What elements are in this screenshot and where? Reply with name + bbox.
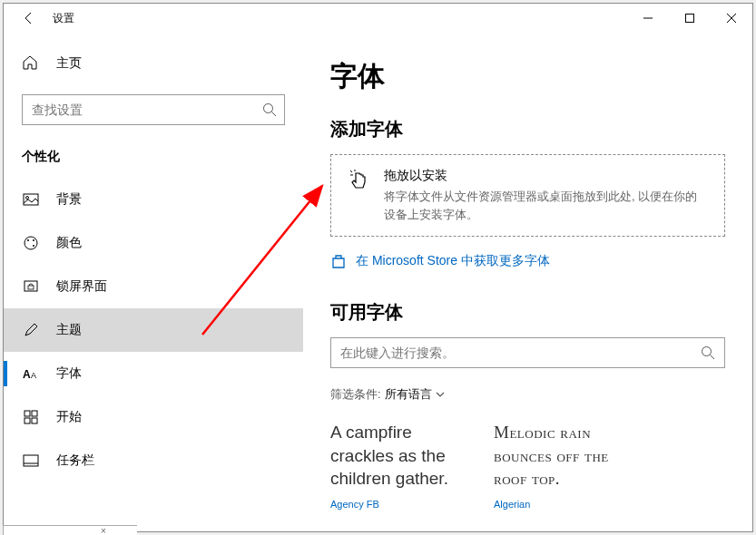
store-link[interactable]: 在 Microsoft Store 中获取更多字体: [330, 253, 725, 269]
nav-themes[interactable]: 主题: [4, 308, 303, 352]
nav-lockscreen[interactable]: 锁屏界面: [4, 265, 303, 308]
arrow-left-icon: [22, 11, 36, 25]
svg-point-7: [26, 197, 29, 199]
svg-rect-13: [28, 286, 34, 289]
background-window-tabs: ×: [3, 525, 137, 535]
svg-line-5: [272, 112, 277, 117]
nav-colors[interactable]: 颜色: [4, 221, 303, 265]
drop-description: 将字体文件从文件资源管理器或桌面拖放到此处, 以便在你的设备上安装字体。: [384, 188, 708, 223]
add-fonts-heading: 添加字体: [330, 117, 725, 141]
search-box[interactable]: [22, 94, 285, 125]
drop-title: 拖放以安装: [384, 168, 708, 184]
maximize-button[interactable]: [669, 4, 711, 33]
category-title: 个性化: [4, 143, 303, 178]
maximize-icon: [685, 14, 694, 23]
chevron-down-icon: [436, 390, 445, 399]
svg-text:A: A: [31, 371, 36, 380]
nav-label: 开始: [56, 409, 82, 425]
svg-point-4: [264, 104, 273, 113]
store-link-text: 在 Microsoft Store 中获取更多字体: [356, 253, 550, 269]
nav-label: 背景: [56, 191, 82, 208]
nav-background[interactable]: 背景: [4, 178, 303, 221]
nav-taskbar[interactable]: 任务栏: [4, 439, 303, 482]
available-fonts-heading: 可用字体: [330, 300, 725, 325]
search-icon: [701, 345, 715, 360]
svg-rect-16: [25, 411, 30, 416]
svg-text:A: A: [23, 368, 31, 381]
font-name: Agency FB: [330, 499, 476, 510]
store-icon: [330, 253, 347, 269]
nav-label: 主题: [56, 322, 82, 338]
font-card[interactable]: Melodic rain bounces off the roof top. A…: [494, 421, 639, 510]
minimize-button[interactable]: [627, 4, 669, 33]
font-preview: Melodic rain bounces off the roof top.: [494, 421, 639, 493]
sidebar: 主页 个性化 背景 颜色 锁屏界面: [4, 33, 303, 531]
nav-fonts[interactable]: AA 字体: [4, 352, 303, 395]
brush-icon: [22, 321, 40, 339]
home-link[interactable]: 主页: [4, 45, 303, 82]
svg-point-22: [702, 347, 712, 356]
font-search-input[interactable]: [340, 345, 701, 360]
font-grid: A campfire crackles as the children gath…: [330, 421, 725, 510]
window-title: 设置: [53, 11, 74, 26]
nav-label: 颜色: [56, 235, 82, 251]
page-heading: 字体: [330, 58, 725, 95]
nav-start[interactable]: 开始: [4, 395, 303, 439]
picture-icon: [22, 190, 40, 209]
svg-rect-1: [686, 15, 694, 23]
nav-label: 任务栏: [56, 452, 94, 469]
svg-rect-18: [25, 418, 30, 423]
search-icon: [262, 102, 277, 117]
window-controls: [627, 4, 752, 33]
search-input[interactable]: [32, 102, 262, 117]
body-area: 主页 个性化 背景 颜色 锁屏界面: [4, 33, 752, 531]
font-name: Algerian: [494, 499, 639, 510]
start-icon: [22, 408, 40, 426]
palette-icon: [22, 234, 40, 252]
font-icon: AA: [22, 365, 40, 383]
lockscreen-icon: [22, 277, 40, 296]
font-card[interactable]: A campfire crackles as the children gath…: [330, 421, 476, 510]
nav-label: 锁屏界面: [56, 278, 107, 295]
close-button[interactable]: [711, 4, 752, 33]
filter-label: 筛选条件:: [330, 386, 381, 403]
font-preview: A campfire crackles as the children gath…: [330, 421, 476, 493]
minimize-icon: [643, 14, 653, 23]
titlebar: 设置: [4, 4, 752, 33]
home-icon: [22, 54, 40, 73]
svg-rect-19: [32, 418, 37, 423]
font-drop-zone[interactable]: 拖放以安装 将字体文件从文件资源管理器或桌面拖放到此处, 以便在你的设备上安装字…: [330, 154, 725, 237]
svg-point-9: [27, 239, 29, 241]
settings-window: 设置 主页 个性化 背景: [3, 3, 753, 532]
filter-value: 所有语言: [385, 386, 432, 403]
nav-label: 字体: [56, 365, 82, 382]
font-search-box[interactable]: [330, 337, 725, 368]
svg-point-10: [33, 239, 34, 241]
svg-point-8: [25, 237, 37, 249]
svg-rect-20: [24, 455, 38, 466]
drag-hand-icon: [348, 170, 371, 193]
main-content: 字体 添加字体 拖放以安装 将字体文件从文件资源管理器或桌面拖放到此处, 以便在…: [303, 33, 752, 531]
svg-line-23: [711, 355, 715, 360]
filter-row[interactable]: 筛选条件: 所有语言: [330, 386, 725, 403]
drop-text: 拖放以安装 将字体文件从文件资源管理器或桌面拖放到此处, 以便在你的设备上安装字…: [384, 168, 708, 223]
svg-rect-17: [32, 411, 37, 416]
taskbar-icon: [22, 452, 40, 470]
home-label: 主页: [56, 55, 82, 72]
back-button[interactable]: [11, 4, 47, 33]
close-icon: [727, 14, 736, 23]
svg-point-11: [33, 245, 34, 247]
